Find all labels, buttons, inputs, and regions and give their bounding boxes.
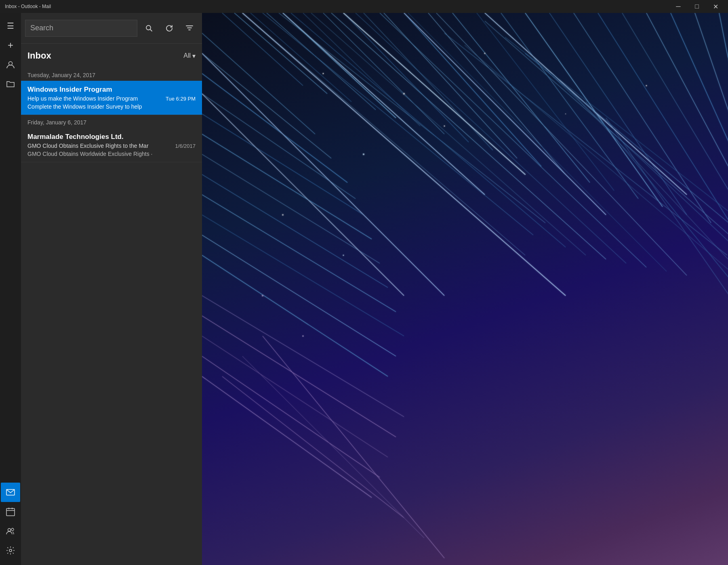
svg-line-18 [428,13,566,174]
folder-icon[interactable] [1,74,20,94]
inbox-title: Inbox [27,50,51,61]
email-subject-1: Help us make the Windows Insider Program [27,95,162,102]
svg-line-29 [695,13,728,154]
filter-button[interactable]: All ▾ [183,52,196,60]
svg-line-38 [202,154,380,263]
svg-point-88 [262,295,263,296]
svg-line-73 [525,53,728,235]
svg-line-15 [364,13,493,150]
svg-point-89 [303,336,304,337]
mail-icon[interactable] [1,483,20,502]
svg-point-78 [323,73,324,74]
svg-point-86 [282,214,284,216]
svg-point-85 [525,174,526,175]
svg-line-67 [242,356,424,538]
svg-line-28 [671,13,728,174]
svg-point-82 [646,85,647,86]
svg-line-43 [202,255,388,376]
svg-line-59 [202,94,404,296]
sidebar: Inbox All ▾ Tuesday, January 24, 2017 Wi… [21,13,202,565]
calendar-icon[interactable] [1,502,20,521]
svg-line-68 [263,336,444,558]
svg-point-6 [146,25,151,30]
email-sender-2: Marmalade Technologies Ltd. [27,133,196,141]
email-row2-1: Help us make the Windows Insider Program… [27,95,196,102]
svg-line-41 [202,215,404,336]
svg-line-58 [202,53,444,296]
svg-line-65 [202,376,372,498]
email-row2-2: GMO Cloud Obtains Exclusive Rights to th… [27,143,196,149]
svg-line-12 [303,13,420,126]
svg-point-87 [343,255,344,256]
svg-line-19 [452,13,590,183]
close-button[interactable]: ✕ [706,0,725,13]
svg-line-7 [222,13,303,86]
svg-line-62 [202,316,396,437]
account-icon[interactable] [1,55,20,74]
filter-icon[interactable] [181,20,198,37]
svg-point-81 [565,113,566,114]
email-item-2[interactable]: Marmalade Technologies Ltd. GMO Cloud Ob… [21,128,202,162]
window-controls: ─ □ ✕ [669,0,725,13]
svg-point-83 [363,153,364,155]
compose-icon[interactable]: + [1,36,20,55]
search-bar [21,13,202,44]
svg-line-77 [606,118,728,316]
sync-button[interactable] [161,20,178,37]
svg-line-46 [279,13,545,223]
svg-point-4 [11,528,14,531]
svg-rect-2 [6,508,15,516]
search-input-wrapper[interactable] [25,20,137,37]
svg-line-47 [291,13,566,247]
svg-point-84 [444,126,445,127]
svg-line-25 [598,13,728,231]
window-title: Inbox - Outlook - Mail [5,4,51,9]
title-bar: Inbox - Outlook - Mail ─ □ ✕ [0,0,728,13]
maximize-button[interactable]: □ [688,0,706,13]
search-button[interactable] [141,20,158,37]
email-sender-1: Windows Insider Program [27,86,196,94]
email-subject-2: GMO Cloud Obtains Exclusive Rights to th… [27,143,172,149]
svg-line-49 [331,13,606,259]
main-content [202,13,728,565]
svg-line-53 [436,13,687,275]
svg-line-20 [477,13,614,191]
email-time-1: Tue 6:29 PM [166,96,196,102]
settings-icon[interactable] [1,541,20,560]
svg-line-70 [465,45,728,275]
app-container: ☰ + [0,13,728,565]
email-preview-2: GMO Cloud Obtains Worldwide Exclusive Ri… [27,151,196,157]
svg-line-37 [202,134,372,239]
inbox-header: Inbox All ▾ [21,44,202,68]
svg-point-0 [9,62,13,65]
email-item-1[interactable]: Windows Insider Program Help us make the… [21,81,202,115]
search-input[interactable] [30,24,132,32]
hamburger-icon[interactable]: ☰ [1,16,20,36]
svg-line-51 [380,13,646,267]
svg-line-22 [525,13,663,207]
minimize-button[interactable]: ─ [669,0,688,13]
background-canvas [202,13,728,565]
svg-line-55 [343,13,525,174]
filter-arrow: ▾ [192,52,196,60]
svg-point-79 [403,93,405,95]
date-separator-1: Tuesday, January 24, 2017 [21,68,202,81]
svg-line-8 [234,13,327,94]
svg-line-27 [646,13,728,195]
svg-point-3 [8,529,11,531]
svg-line-33 [202,53,331,158]
svg-line-14 [343,13,469,142]
svg-line-52 [408,13,667,271]
svg-line-23 [549,13,687,215]
svg-line-63 [202,336,388,457]
filter-label: All [183,52,191,59]
svg-point-80 [484,53,486,54]
email-preview-1: Complete the Windows Insider Survey to h… [27,103,196,110]
people-icon[interactable] [1,521,20,541]
svg-line-45 [263,13,533,235]
svg-point-5 [9,549,12,552]
svg-line-35 [202,94,356,199]
svg-line-16 [384,13,517,158]
svg-line-32 [202,33,315,134]
svg-line-48 [311,13,586,255]
